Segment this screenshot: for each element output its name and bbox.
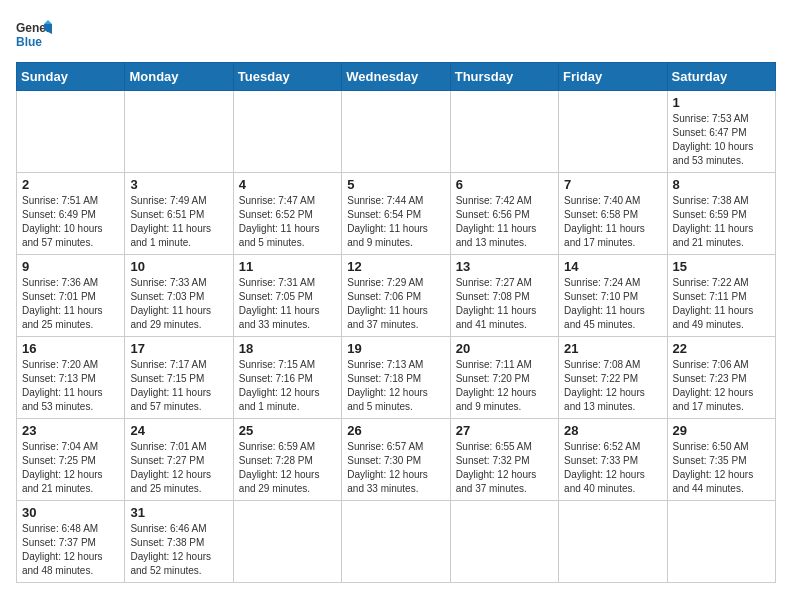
calendar-cell: 1Sunrise: 7:53 AM Sunset: 6:47 PM Daylig…	[667, 91, 775, 173]
calendar-cell: 5Sunrise: 7:44 AM Sunset: 6:54 PM Daylig…	[342, 173, 450, 255]
calendar-cell: 28Sunrise: 6:52 AM Sunset: 7:33 PM Dayli…	[559, 419, 667, 501]
calendar-cell	[342, 501, 450, 583]
day-number: 17	[130, 341, 227, 356]
col-thursday: Thursday	[450, 63, 558, 91]
header-row: Sunday Monday Tuesday Wednesday Thursday…	[17, 63, 776, 91]
day-info: Sunrise: 7:29 AM Sunset: 7:06 PM Dayligh…	[347, 276, 444, 332]
calendar-cell	[17, 91, 125, 173]
day-number: 23	[22, 423, 119, 438]
day-number: 11	[239, 259, 336, 274]
calendar-cell: 9Sunrise: 7:36 AM Sunset: 7:01 PM Daylig…	[17, 255, 125, 337]
calendar-cell: 3Sunrise: 7:49 AM Sunset: 6:51 PM Daylig…	[125, 173, 233, 255]
calendar-cell: 6Sunrise: 7:42 AM Sunset: 6:56 PM Daylig…	[450, 173, 558, 255]
day-number: 4	[239, 177, 336, 192]
day-number: 10	[130, 259, 227, 274]
calendar-cell: 27Sunrise: 6:55 AM Sunset: 7:32 PM Dayli…	[450, 419, 558, 501]
calendar-cell: 24Sunrise: 7:01 AM Sunset: 7:27 PM Dayli…	[125, 419, 233, 501]
day-number: 8	[673, 177, 770, 192]
calendar-cell: 4Sunrise: 7:47 AM Sunset: 6:52 PM Daylig…	[233, 173, 341, 255]
day-number: 3	[130, 177, 227, 192]
calendar-week-row: 9Sunrise: 7:36 AM Sunset: 7:01 PM Daylig…	[17, 255, 776, 337]
calendar-cell: 7Sunrise: 7:40 AM Sunset: 6:58 PM Daylig…	[559, 173, 667, 255]
day-info: Sunrise: 6:55 AM Sunset: 7:32 PM Dayligh…	[456, 440, 553, 496]
day-number: 18	[239, 341, 336, 356]
day-number: 24	[130, 423, 227, 438]
day-info: Sunrise: 7:51 AM Sunset: 6:49 PM Dayligh…	[22, 194, 119, 250]
calendar-cell: 13Sunrise: 7:27 AM Sunset: 7:08 PM Dayli…	[450, 255, 558, 337]
calendar-cell: 31Sunrise: 6:46 AM Sunset: 7:38 PM Dayli…	[125, 501, 233, 583]
day-info: Sunrise: 7:36 AM Sunset: 7:01 PM Dayligh…	[22, 276, 119, 332]
col-sunday: Sunday	[17, 63, 125, 91]
calendar-cell	[233, 91, 341, 173]
day-info: Sunrise: 6:48 AM Sunset: 7:37 PM Dayligh…	[22, 522, 119, 578]
svg-text:Blue: Blue	[16, 35, 42, 49]
calendar-cell	[559, 91, 667, 173]
calendar-cell: 15Sunrise: 7:22 AM Sunset: 7:11 PM Dayli…	[667, 255, 775, 337]
calendar-cell: 14Sunrise: 7:24 AM Sunset: 7:10 PM Dayli…	[559, 255, 667, 337]
day-info: Sunrise: 7:38 AM Sunset: 6:59 PM Dayligh…	[673, 194, 770, 250]
day-info: Sunrise: 7:44 AM Sunset: 6:54 PM Dayligh…	[347, 194, 444, 250]
day-number: 21	[564, 341, 661, 356]
calendar-week-row: 30Sunrise: 6:48 AM Sunset: 7:37 PM Dayli…	[17, 501, 776, 583]
day-info: Sunrise: 7:06 AM Sunset: 7:23 PM Dayligh…	[673, 358, 770, 414]
logo: General Blue	[16, 16, 52, 52]
day-number: 30	[22, 505, 119, 520]
calendar-cell: 30Sunrise: 6:48 AM Sunset: 7:37 PM Dayli…	[17, 501, 125, 583]
day-info: Sunrise: 7:31 AM Sunset: 7:05 PM Dayligh…	[239, 276, 336, 332]
day-number: 25	[239, 423, 336, 438]
day-info: Sunrise: 7:47 AM Sunset: 6:52 PM Dayligh…	[239, 194, 336, 250]
day-info: Sunrise: 6:59 AM Sunset: 7:28 PM Dayligh…	[239, 440, 336, 496]
logo-icon: General Blue	[16, 16, 52, 52]
day-info: Sunrise: 7:08 AM Sunset: 7:22 PM Dayligh…	[564, 358, 661, 414]
calendar-cell	[450, 501, 558, 583]
day-number: 5	[347, 177, 444, 192]
calendar-cell: 2Sunrise: 7:51 AM Sunset: 6:49 PM Daylig…	[17, 173, 125, 255]
calendar-cell: 23Sunrise: 7:04 AM Sunset: 7:25 PM Dayli…	[17, 419, 125, 501]
day-number: 14	[564, 259, 661, 274]
col-saturday: Saturday	[667, 63, 775, 91]
day-number: 13	[456, 259, 553, 274]
calendar-cell: 8Sunrise: 7:38 AM Sunset: 6:59 PM Daylig…	[667, 173, 775, 255]
day-info: Sunrise: 7:27 AM Sunset: 7:08 PM Dayligh…	[456, 276, 553, 332]
calendar-cell: 17Sunrise: 7:17 AM Sunset: 7:15 PM Dayli…	[125, 337, 233, 419]
day-number: 7	[564, 177, 661, 192]
calendar-week-row: 2Sunrise: 7:51 AM Sunset: 6:49 PM Daylig…	[17, 173, 776, 255]
calendar-table: Sunday Monday Tuesday Wednesday Thursday…	[16, 62, 776, 583]
calendar-cell	[125, 91, 233, 173]
day-info: Sunrise: 7:40 AM Sunset: 6:58 PM Dayligh…	[564, 194, 661, 250]
day-info: Sunrise: 7:15 AM Sunset: 7:16 PM Dayligh…	[239, 358, 336, 414]
calendar-cell	[342, 91, 450, 173]
calendar-cell	[667, 501, 775, 583]
calendar-cell: 11Sunrise: 7:31 AM Sunset: 7:05 PM Dayli…	[233, 255, 341, 337]
day-info: Sunrise: 7:01 AM Sunset: 7:27 PM Dayligh…	[130, 440, 227, 496]
calendar-cell: 21Sunrise: 7:08 AM Sunset: 7:22 PM Dayli…	[559, 337, 667, 419]
day-info: Sunrise: 7:24 AM Sunset: 7:10 PM Dayligh…	[564, 276, 661, 332]
calendar-cell: 12Sunrise: 7:29 AM Sunset: 7:06 PM Dayli…	[342, 255, 450, 337]
day-number: 16	[22, 341, 119, 356]
day-number: 26	[347, 423, 444, 438]
day-info: Sunrise: 7:53 AM Sunset: 6:47 PM Dayligh…	[673, 112, 770, 168]
calendar-body: 1Sunrise: 7:53 AM Sunset: 6:47 PM Daylig…	[17, 91, 776, 583]
day-info: Sunrise: 7:20 AM Sunset: 7:13 PM Dayligh…	[22, 358, 119, 414]
page-header: General Blue	[16, 16, 776, 52]
calendar-cell: 18Sunrise: 7:15 AM Sunset: 7:16 PM Dayli…	[233, 337, 341, 419]
calendar-cell: 26Sunrise: 6:57 AM Sunset: 7:30 PM Dayli…	[342, 419, 450, 501]
calendar-cell: 19Sunrise: 7:13 AM Sunset: 7:18 PM Dayli…	[342, 337, 450, 419]
col-monday: Monday	[125, 63, 233, 91]
day-info: Sunrise: 6:46 AM Sunset: 7:38 PM Dayligh…	[130, 522, 227, 578]
calendar-week-row: 23Sunrise: 7:04 AM Sunset: 7:25 PM Dayli…	[17, 419, 776, 501]
calendar-cell: 16Sunrise: 7:20 AM Sunset: 7:13 PM Dayli…	[17, 337, 125, 419]
day-info: Sunrise: 7:42 AM Sunset: 6:56 PM Dayligh…	[456, 194, 553, 250]
calendar-header: Sunday Monday Tuesday Wednesday Thursday…	[17, 63, 776, 91]
calendar-cell	[450, 91, 558, 173]
col-friday: Friday	[559, 63, 667, 91]
calendar-week-row: 1Sunrise: 7:53 AM Sunset: 6:47 PM Daylig…	[17, 91, 776, 173]
day-number: 27	[456, 423, 553, 438]
day-number: 22	[673, 341, 770, 356]
calendar-cell: 10Sunrise: 7:33 AM Sunset: 7:03 PM Dayli…	[125, 255, 233, 337]
col-tuesday: Tuesday	[233, 63, 341, 91]
day-info: Sunrise: 7:33 AM Sunset: 7:03 PM Dayligh…	[130, 276, 227, 332]
day-number: 20	[456, 341, 553, 356]
day-info: Sunrise: 7:22 AM Sunset: 7:11 PM Dayligh…	[673, 276, 770, 332]
calendar-cell	[559, 501, 667, 583]
